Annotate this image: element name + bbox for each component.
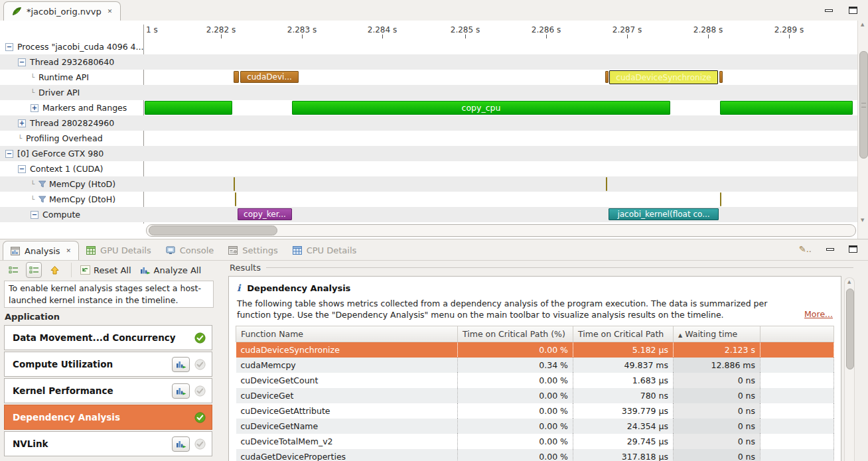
cell-waiting-time: 12.886 ms — [674, 358, 760, 373]
tree-row-memcpy-dtoh[interactable]: └MemCpy (DtoH) — [0, 192, 145, 207]
table-row[interactable]: cuDeviceGetAttribute0.00 %339.779 µs0 ns — [236, 403, 834, 419]
tick-interval[interactable] — [606, 177, 607, 191]
column-header-time-on-critical-path[interactable]: Time on Critical Path (%) — [458, 326, 573, 342]
scrollbar-thumb[interactable] — [859, 51, 868, 159]
ruler-label: 2.285 s — [451, 25, 480, 34]
table-row[interactable]: cuDeviceGet0.00 %780 ns0 ns — [236, 388, 834, 403]
table-row[interactable]: cuDeviceTotalMem_v20.00 %29.745 µs0 ns — [236, 434, 834, 449]
cell-critical-path-pct: 0.00 % — [458, 449, 573, 461]
maximize-icon[interactable] — [849, 245, 857, 253]
timeline-track — [145, 192, 857, 207]
timeline-row: +Markers and Rangescopy_cpu — [0, 100, 857, 115]
tick-interval[interactable] — [720, 192, 721, 206]
copy-ker-interval[interactable]: copy_ker... — [238, 208, 292, 220]
collapse-toggle-icon[interactable]: − — [5, 150, 13, 158]
toolbar-separator — [71, 263, 72, 277]
collapse-toggle-icon[interactable]: − — [18, 165, 26, 173]
expand-toggle-icon[interactable]: + — [18, 119, 26, 127]
tab-cpu-details[interactable]: CPU Details — [285, 241, 364, 260]
back-up-button[interactable] — [46, 262, 62, 278]
scrollbar-thumb[interactable] — [846, 289, 854, 369]
analyze-stage-button[interactable] — [172, 436, 190, 452]
minimize-icon[interactable] — [825, 9, 833, 12]
tab-console[interactable]: Console — [159, 241, 222, 260]
expand-toggle-icon[interactable]: + — [31, 104, 38, 112]
timeline-track — [145, 176, 857, 192]
view-menu-icon[interactable]: ✎.. — [799, 246, 812, 253]
maximize-icon[interactable] — [849, 7, 857, 14]
table-row[interactable]: cudaMemcpy0.34 %49.837 ms12.886 ms — [236, 358, 834, 373]
analysis-stage-dependency-analysis[interactable]: Dependency Analysis — [4, 405, 212, 430]
tree-row-runtime-api[interactable]: └Runtime API — [0, 70, 145, 85]
table-row[interactable]: cuDeviceGetCount0.00 %1.683 µs0 ns — [236, 373, 834, 388]
analysis-stage-label: Compute Utilization — [13, 359, 113, 369]
collapse-toggle-icon[interactable]: − — [31, 211, 38, 219]
analysis-stage-compute-utilization[interactable]: Compute Utilization — [4, 352, 212, 377]
results-scrollbar[interactable]: ▲ — [844, 277, 855, 461]
cudadevi-interval[interactable]: cudaDevi... — [240, 71, 299, 83]
close-icon[interactable]: ✕ — [66, 247, 72, 254]
close-icon[interactable]: ✕ — [108, 8, 113, 15]
tree-row-label: Profiling Overhead — [26, 133, 103, 143]
api-interval[interactable] — [234, 71, 239, 83]
tab-label: CPU Details — [307, 245, 357, 255]
tree-row-context-1-cuda[interactable]: −Context 1 (CUDA) — [0, 161, 145, 176]
tab-analysis[interactable]: Analysis✕ — [3, 241, 79, 260]
range-interval[interactable] — [145, 101, 232, 115]
ruler-label: 2.282 s — [206, 25, 236, 34]
api-interval[interactable] — [605, 71, 609, 83]
analyze-all-button[interactable]: Analyze All — [140, 265, 201, 275]
analysis-stage-kernel-performance[interactable]: Kernel Performance — [4, 378, 212, 403]
scroll-up-icon[interactable]: ▲ — [847, 279, 851, 285]
analysis-stage-nvlink[interactable]: NVLink — [4, 431, 212, 456]
tree-row-thread-2802824960[interactable]: +Thread 2802824960 — [0, 115, 145, 131]
table-row[interactable]: cudaGetDeviceProperties0.00 %317.818 µs0… — [236, 449, 834, 461]
reset-all-button[interactable]: Reset All — [80, 265, 131, 275]
copy-cpu-interval[interactable]: copy_cpu — [292, 101, 670, 115]
list-icon — [9, 266, 19, 275]
timeline-vertical-scrollbar[interactable]: ▲ ▼ — [857, 21, 868, 239]
collapse-toggle-icon[interactable]: − — [5, 43, 13, 51]
api-interval[interactable] — [719, 71, 723, 83]
scrollbar-thumb[interactable] — [149, 226, 277, 235]
timeline-row: −[0] GeForce GTX 980 — [0, 146, 857, 161]
tree-row-memcpy-htod[interactable]: └MemCpy (HtoD) — [0, 176, 145, 192]
scrollbar-track[interactable] — [146, 224, 856, 237]
guided-analysis-button[interactable] — [5, 262, 21, 278]
tab-settings[interactable]: Settings — [221, 241, 285, 260]
tab-jacobi-orig-nvvp[interactable]: *jacobi_orig.nvvp ✕ — [3, 1, 121, 21]
range-interval[interactable] — [720, 101, 853, 115]
analyze-stage-button[interactable] — [172, 383, 190, 399]
timeline-row: └Driver API — [0, 85, 857, 100]
analyze-stage-button[interactable] — [172, 357, 190, 372]
tree-row-process-jacobi-cuda-4096-4[interactable]: −Process "jacobi_cuda 4096 4... — [0, 39, 145, 54]
collapse-toggle-icon[interactable]: − — [18, 58, 26, 66]
tab-label: Analysis — [25, 246, 60, 256]
timeline-horizontal-scrollbar[interactable] — [145, 222, 857, 239]
tree-row-markers-and-ranges[interactable]: +Markers and Ranges — [0, 100, 145, 115]
analysis-stage-data-movement-d-concurrency[interactable]: Data Movement...d Concurrency — [4, 325, 212, 350]
table-row[interactable]: cuDeviceGetName0.00 %24.354 µs0 ns — [236, 419, 834, 434]
tab-label: Settings — [242, 245, 277, 255]
cudadevicesynchronize-interval[interactable]: cudaDeviceSynchronize — [609, 70, 718, 84]
tree-row-driver-api[interactable]: └Driver API — [0, 85, 145, 100]
jacobi-kernel-float-co-interval[interactable]: jacobi_kernel(float co... — [609, 208, 719, 220]
cell-critical-path-time: 1.683 µs — [573, 373, 674, 388]
unguided-analysis-button[interactable] — [26, 262, 42, 278]
scroll-down-icon[interactable]: ▼ — [861, 218, 864, 223]
tick-interval[interactable] — [234, 177, 235, 191]
scroll-up-icon[interactable]: ▲ — [861, 22, 864, 27]
table-row[interactable]: cudaDeviceSynchronize0.00 %5.182 µs2.123… — [236, 342, 834, 358]
tab-gpu-details[interactable]: GPU Details — [79, 241, 159, 260]
tree-row-thread-2932680640[interactable]: −Thread 2932680640 — [0, 54, 145, 70]
tick-interval[interactable] — [235, 192, 236, 206]
tree-row-compute[interactable]: −Compute — [0, 207, 145, 222]
tree-row-0-geforce-gtx-980[interactable]: −[0] GeForce GTX 980 — [0, 146, 145, 161]
column-header-waiting-time[interactable]: ▲Waiting time — [674, 326, 760, 342]
column-header-time-on-critical-path[interactable]: Time on Critical Path — [573, 326, 674, 342]
minimize-icon[interactable] — [826, 248, 834, 251]
more-link[interactable]: More... — [804, 308, 833, 320]
tree-row-profiling-overhead[interactable]: └Profiling Overhead — [0, 131, 145, 146]
column-header-function-name[interactable]: Function Name — [236, 326, 458, 342]
stage-actions — [172, 352, 206, 376]
